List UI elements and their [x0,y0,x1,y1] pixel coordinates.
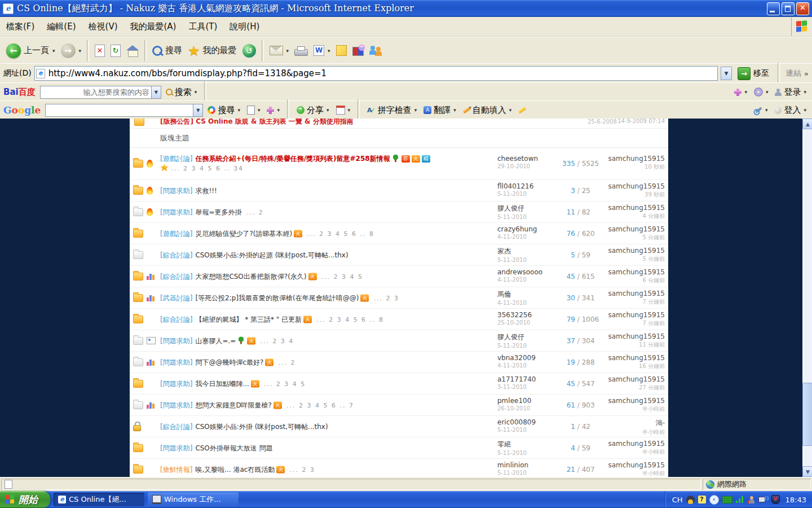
author-link[interactable]: a17171740 [497,375,551,383]
author-link[interactable]: 馬倫 [497,290,551,299]
thread-title-link[interactable]: 【絕望的屍城】 * 第三話* " 已更新 [195,315,302,323]
google-signin-button[interactable]: 登入 ▾ [772,104,809,117]
lastpost-user-link[interactable]: samchung15915 [600,375,665,383]
author-link[interactable]: 膠人俊仔 [497,332,551,342]
scroll-down-icon[interactable]: ▼ [802,466,812,477]
lastpost-user-link[interactable]: samchung15915 [600,182,665,190]
google-search-button[interactable]: 搜尋 ▾ [205,104,242,117]
author-link[interactable]: cheesetown [497,155,551,163]
thread-title-link[interactable]: 山寨膠人=.= [195,336,236,344]
page-links[interactable]: ... 2 3 [289,466,315,473]
menu-tools[interactable]: 工具(T) [182,17,223,36]
page-links[interactable]: ... 2 3 4 5 6 .. 8 [316,316,384,323]
back-button[interactable]: ← 上一頁 ▾ [3,42,58,60]
back-dropdown-icon[interactable]: ▾ [52,48,55,54]
go-button[interactable]: → 移至 [735,65,772,82]
category-link[interactable]: [遊戲討論] [160,229,192,237]
lastpost-user-link[interactable]: samchung15915 [600,461,665,469]
lastpost-user-link[interactable]: samchung15915 [600,268,665,276]
lastpost-user-link[interactable]: samchung15915 [600,332,665,340]
mail-button[interactable]: ▾ [267,44,292,57]
author-link[interactable]: andrewsoooo [497,268,551,276]
print-button[interactable] [292,44,311,58]
links-chevron-icon[interactable]: » [804,69,809,78]
baidu-login-button[interactable]: 登录 ▾ [773,86,809,99]
signal-tray-icon[interactable] [736,496,744,503]
address-input[interactable] [47,68,716,79]
menu-file[interactable]: 檔案(F) [0,17,41,36]
category-link[interactable]: [搶鮮情報] [160,465,192,473]
forward-button[interactable]: → ▾ [58,42,85,60]
thread-title-link[interactable]: [等死公投2;p]我最喜愛的散彈槍(在年尾會統計唷@@) [195,294,359,301]
thread-title-link[interactable]: 問下@@幾時彈c最好? [195,358,263,366]
scroll-up-icon[interactable]: ▲ [802,119,812,129]
messenger-tray-icon[interactable] [748,496,755,503]
baidu-search-input[interactable] [41,88,151,97]
thread-title-link[interactable]: 想問大家鍾意D咩限量槍? [195,401,272,409]
tray-collapse-chevron-icon[interactable]: ‹ [709,495,719,505]
category-link[interactable]: [武器討論] [160,294,192,301]
author-link[interactable]: crazy6hung [497,225,551,233]
mail-dropdown-icon[interactable]: ▾ [286,48,289,54]
popup-blocker-button[interactable]: ▾ [334,104,353,116]
ime-icon[interactable] [686,496,695,504]
vertical-scrollbar[interactable]: ▲ ▼ [802,119,812,477]
lastpost-user-link[interactable]: samchung15915 [600,155,665,163]
highlighter-button[interactable] [516,108,528,113]
google-input-dropdown-icon[interactable]: ▼ [193,104,202,116]
page-links[interactable]: ... 2 3 4 [260,337,294,344]
pinned-title[interactable]: [版務公告] CS Online 版規 & 版主列表 一覽 & 分類使用指南 [160,119,354,126]
close-button[interactable] [796,2,809,15]
lastpost-user-link[interactable]: 鴻- [600,418,665,428]
page-links[interactable]: ... 2 3 4 5 6 .. 7 [286,401,354,409]
language-indicator[interactable]: CH [672,496,683,504]
thread-title-link[interactable]: 求救!!! [195,186,217,194]
author-link[interactable]: pmlee100 [497,397,551,405]
network-tray-icon[interactable] [758,496,768,503]
category-link[interactable]: [問題求助] [160,186,192,194]
lastpost-user-link[interactable]: samchung15915 [600,311,665,319]
favorites-button[interactable]: ★ 我的最愛 [185,43,240,58]
page-links[interactable]: ... 2 [246,208,263,216]
thread-title-link[interactable]: 我今日加點嗰陣... [195,379,249,387]
address-dropdown-button[interactable]: ▼ [721,67,732,80]
start-button[interactable]: 開始 [0,491,50,508]
author-link[interactable]: 家杰 [497,247,551,256]
scrollbar-thumb[interactable] [802,383,812,446]
thread-title-link[interactable]: 舉報=更多外掛 [195,208,241,216]
keyboard-tray-icon[interactable] [722,496,732,503]
lastpost-user-link[interactable]: samchung15915 [600,247,665,255]
stop-button[interactable]: ✕ [92,43,108,59]
google-page-button[interactable]: ▾ [245,104,263,116]
category-link[interactable]: [綜合討論] [160,315,192,323]
author-link[interactable]: minlinion [497,461,551,469]
research-button[interactable] [350,43,367,58]
author-link[interactable]: vbna32009 [497,354,551,362]
notes-button[interactable] [333,43,350,58]
thread-title-link[interactable]: CSO娛樂小品:外掛的起源 (咪封post,可轉帖...thx) [195,251,348,259]
thread-title-link[interactable]: 唉,又黎啦... 港ac冇既活動 [195,465,275,473]
help-tray-icon[interactable]: ? [698,496,706,503]
thread-title-link[interactable]: 任務系統介紹+(每日/特殊/榮譽任務/獎項列表)留意#258新情報 [195,155,390,163]
page-links[interactable]: ... 2 3 4 5 [321,273,363,280]
category-link[interactable]: [問題求助] [160,358,192,366]
search-button[interactable]: 搜尋 [149,43,185,58]
author-link[interactable]: 膠人俊仔 [497,204,551,213]
lastpost-user-link[interactable]: samchung15915 [600,440,665,448]
forward-dropdown-icon[interactable]: ▾ [79,48,82,54]
thread-title-link[interactable]: 災厄經驗值變少了?(請睇基本經) [195,229,292,237]
page-links[interactable]: ... 2 3 [373,294,399,301]
category-link[interactable]: [問題求助] [160,444,192,452]
google-share-button[interactable]: 分享 ▾ [294,104,332,117]
author-link[interactable]: eric000809 [497,418,551,426]
page-links[interactable]: ... 2 3 4 5 [264,380,306,387]
messenger-button[interactable] [367,44,385,58]
taskbar-item-windows-task[interactable]: Windows 工作... [148,493,239,506]
refresh-button[interactable]: ↻ [108,43,123,59]
antivirus-tray-icon[interactable]: V [771,495,780,504]
autofill-button[interactable]: 自動填入 ▾ [461,104,514,117]
translate-button[interactable]: A 翻譯 ▾ [421,104,458,117]
taskbar-item-ie[interactable]: e CS Online【絕... [54,493,144,506]
baidu-search-dropdown-icon[interactable]: ▾ [195,89,197,95]
thread-title-link[interactable]: CSO外掛舉報大放送 問題 [195,444,272,452]
